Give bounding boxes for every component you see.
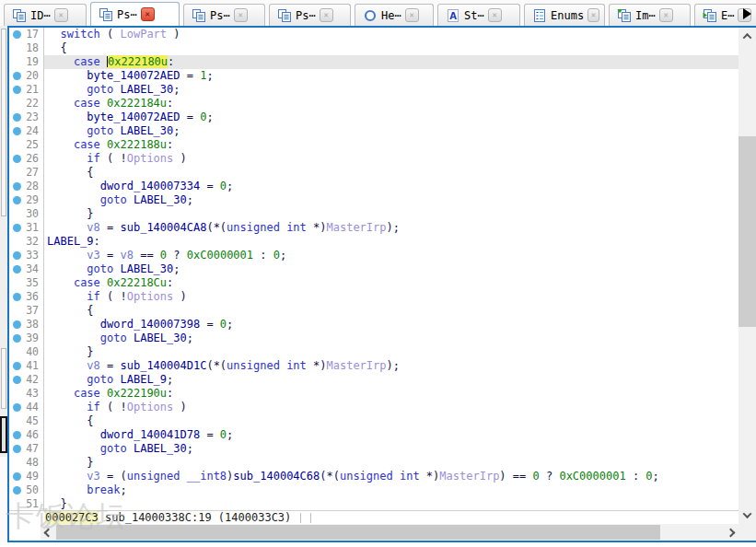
tab-exports-label: E⋯ (721, 9, 734, 22)
tab-imports[interactable]: Im⋯✕ (609, 4, 691, 26)
tab-enums[interactable]: Enums✕ (524, 4, 605, 26)
code-text[interactable]: case 0x22218Cu: (44, 276, 739, 290)
code-line-26[interactable]: 26 if ( !Options ) (9, 152, 739, 166)
code-text[interactable]: LABEL_9: (44, 235, 739, 249)
code-line-35[interactable]: 35 case 0x22218Cu: (9, 276, 739, 290)
scroll-up-button[interactable] (739, 29, 755, 44)
code-text[interactable]: case 0x222188u: (44, 138, 739, 152)
code-line-28[interactable]: 28 dword_140007334 = 0; (9, 180, 739, 193)
horizontal-scroll-thumb[interactable] (56, 525, 660, 540)
code-text[interactable]: if ( !Options ) (44, 401, 739, 414)
code-line-51[interactable]: 51 } (9, 497, 739, 510)
code-line-17[interactable]: 17 switch ( LowPart ) (9, 28, 739, 41)
vertical-scroll-thumb[interactable] (739, 136, 756, 327)
code-text[interactable]: v8 = sub_140004D1C(*(unsigned int *)Mast… (44, 359, 739, 373)
tab-structures[interactable]: ASt⋯✕ (437, 4, 520, 26)
code-line-45[interactable]: 45 { (9, 414, 739, 428)
code-text[interactable]: goto LABEL_30; (44, 442, 739, 456)
code-line-39[interactable]: 39 goto LABEL_30; (9, 332, 739, 345)
code-text[interactable]: break; (44, 483, 739, 497)
code-line-30[interactable]: 30 } (9, 207, 739, 221)
tab-pseudocode-2-close-button[interactable]: ✕ (234, 8, 248, 22)
code-line-33[interactable]: 33 v3 = v8 == 0 ? 0xC0000001 : 0; (9, 249, 739, 262)
tab-hex-view-label: He⋯ (381, 9, 401, 22)
scroll-down-button[interactable] (739, 507, 755, 523)
horizontal-scrollbar[interactable] (41, 524, 739, 541)
tab-pseudocode-2[interactable]: Ps⋯✕ (183, 4, 265, 26)
code-text[interactable]: goto LABEL_30; (44, 262, 739, 276)
scroll-left-button[interactable] (41, 525, 56, 541)
code-line-27[interactable]: 27 { (9, 166, 739, 180)
code-text[interactable]: if ( !Options ) (44, 152, 739, 166)
vertical-scrollbar[interactable] (739, 28, 756, 541)
code-text[interactable]: } (44, 345, 739, 359)
code-text[interactable]: } (44, 456, 739, 470)
tab-enums-close-button[interactable]: ✕ (587, 8, 599, 22)
code-line-22[interactable]: 22 case 0x222184u: (9, 97, 739, 111)
code-text[interactable]: { (44, 166, 739, 180)
code-text[interactable]: v3 = (unsigned __int8)sub_140004C68(*(un… (44, 470, 739, 483)
code-text[interactable]: goto LABEL_30; (44, 332, 739, 345)
code-line-44[interactable]: 44 if ( !Options ) (9, 401, 739, 414)
code-text[interactable]: dword_140007398 = 0; (44, 318, 739, 332)
tab-pseudocode-3[interactable]: Ps⋯✕ (269, 4, 351, 26)
code-line-23[interactable]: 23 byte_140072AED = 0; (9, 111, 739, 124)
code-text[interactable]: } (44, 497, 739, 510)
code-line-34[interactable]: 34 goto LABEL_30; (9, 262, 739, 276)
tab-hex-view-close-button[interactable]: ✕ (405, 8, 419, 22)
tab-scroll-right-icon[interactable] (743, 8, 751, 19)
code-editor[interactable]: 17 switch ( LowPart )18 {19 case 0x22218… (9, 28, 739, 510)
tab-structures-close-button[interactable]: ✕ (488, 8, 502, 22)
tab-ida-view-close-button[interactable]: ✕ (54, 8, 68, 22)
code-line-48[interactable]: 48 } (9, 456, 739, 470)
line-number: 51 (9, 497, 44, 510)
code-text[interactable]: switch ( LowPart ) (44, 28, 739, 41)
scroll-right-button[interactable] (723, 525, 739, 541)
tab-pseudocode-1-close-button[interactable]: ✕ (141, 7, 155, 21)
code-line-21[interactable]: 21 goto LABEL_30; (9, 83, 739, 97)
code-text[interactable]: byte_140072AED = 0; (44, 111, 739, 124)
code-text[interactable]: dword_140007334 = 0; (44, 180, 739, 193)
code-text[interactable]: } (44, 207, 739, 221)
code-text[interactable]: goto LABEL_30; (44, 83, 739, 97)
code-line-37[interactable]: 37 { (9, 304, 739, 318)
tab-pseudocode-1[interactable]: Ps⋯✕ (90, 2, 180, 26)
code-text[interactable]: { (44, 414, 739, 428)
code-text[interactable]: case 0x222190u: (44, 387, 739, 401)
tab-ida-view[interactable]: ID⋯✕ (4, 4, 87, 26)
tab-pseudocode-3-close-button[interactable]: ✕ (320, 8, 333, 22)
code-line-40[interactable]: 40 } (9, 345, 739, 359)
code-text[interactable]: goto LABEL_30; (44, 124, 739, 138)
code-text[interactable]: goto LABEL_9; (44, 373, 739, 387)
code-line-20[interactable]: 20 byte_140072AED = 1; (9, 69, 739, 83)
code-line-29[interactable]: 29 goto LABEL_30; (9, 193, 739, 207)
code-line-32[interactable]: 32LABEL_9: (9, 235, 739, 249)
code-text[interactable]: { (44, 304, 739, 318)
code-text[interactable]: dword_140041D78 = 0; (44, 428, 739, 442)
code-line-49[interactable]: 49 v3 = (unsigned __int8)sub_140004C68(*… (9, 470, 739, 483)
code-text[interactable]: goto LABEL_30; (44, 193, 739, 207)
code-line-46[interactable]: 46 dword_140041D78 = 0; (9, 428, 739, 442)
code-text[interactable]: v8 = sub_140004CA8(*(unsigned int *)Mast… (44, 221, 739, 235)
code-line-36[interactable]: 36 if ( !Options ) (9, 290, 739, 304)
code-text[interactable]: if ( !Options ) (44, 290, 739, 304)
code-line-19[interactable]: 19 case 0x222180u: (9, 55, 739, 69)
code-text[interactable]: byte_140072AED = 1; (44, 69, 739, 83)
tab-imports-close-button[interactable]: ✕ (659, 8, 673, 22)
code-line-31[interactable]: 31 v8 = sub_140004CA8(*(unsigned int *)M… (9, 221, 739, 235)
code-line-43[interactable]: 43 case 0x222190u: (9, 387, 739, 401)
code-line-50[interactable]: 50 break; (9, 483, 739, 497)
code-text[interactable]: case 0x222184u: (44, 97, 739, 111)
code-text[interactable]: case 0x222180u: (44, 55, 739, 69)
code-line-47[interactable]: 47 goto LABEL_30; (9, 442, 739, 456)
code-text[interactable]: { (44, 41, 739, 55)
code-line-25[interactable]: 25 case 0x222188u: (9, 138, 739, 152)
tab-hex-view[interactable]: He⋯✕ (355, 4, 434, 26)
code-line-38[interactable]: 38 dword_140007398 = 0; (9, 318, 739, 332)
code-line-42[interactable]: 42 goto LABEL_9; (9, 373, 739, 387)
code-line-24[interactable]: 24 goto LABEL_30; (9, 124, 739, 138)
code-line-41[interactable]: 41 v8 = sub_140004D1C(*(unsigned int *)M… (9, 359, 739, 373)
line-number: 26 (9, 152, 44, 166)
code-text[interactable]: v3 = v8 == 0 ? 0xC0000001 : 0; (44, 249, 739, 262)
code-line-18[interactable]: 18 { (9, 41, 739, 55)
